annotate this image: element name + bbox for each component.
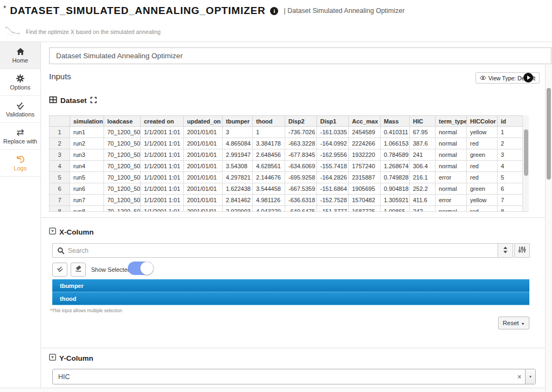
table-cell: 2.144676 [253,172,285,183]
table-scrollbar-thumb[interactable] [524,129,528,176]
column-header[interactable]: Disp2 [285,116,317,127]
show-selected-toggle[interactable] [128,262,154,275]
table-cell: 1/1/2001 1:01 [141,138,184,149]
dataset-table: simulationloadcasecreated onupdated_ontb… [49,115,523,212]
table-cell: 2001/01/01 [184,206,223,212]
section-divider [42,348,545,348]
table-cell: -162.9556 [317,149,349,161]
x-column-section-title: X-Column [59,228,94,236]
table-cell: 2454589 [349,127,381,138]
table-row[interactable]: 3run370_1200_501/1/2001 1:012001/01/012.… [50,149,523,161]
column-header[interactable]: Acc_max [349,116,381,127]
table-cell: 1.622438 [223,183,253,195]
run-button[interactable] [523,73,533,82]
sidebar-item-validations[interactable]: Validations [0,96,40,123]
column-header[interactable]: Disp1 [317,116,349,127]
column-header[interactable]: thood [253,116,285,127]
expand-icon[interactable] [90,97,97,105]
column-header[interactable]: HICColor [467,116,498,127]
column-header[interactable]: HIC [410,116,436,127]
caret-down-icon: ▼ [521,322,525,326]
table-cell: 1/1/2001 1:01 [141,183,184,195]
table-row[interactable]: 5run570_1200_501/1/2001 1:012001/01/014.… [50,172,523,183]
table-row[interactable]: 1run170_1200_501/1/2001 1:012001/01/0131… [50,127,523,138]
sort-button[interactable] [498,243,513,258]
column-header[interactable]: loadcase [104,116,141,127]
table-cell: normal [436,138,467,149]
table-cell: 216.1 [410,172,436,183]
page-scrollbar-thumb[interactable] [547,88,551,180]
table-cell: 4.043229 [253,206,285,212]
table-cell: red [467,206,498,212]
optimizer-name-field[interactable]: Dataset Simulated Annealing Optimizer [49,47,551,64]
table-cell: -636.6318 [285,195,317,206]
search-icon [57,247,65,255]
column-header[interactable]: simulation [70,116,104,127]
sidebar-item-logs[interactable]: Logs [0,150,40,177]
column-header[interactable]: term_type [436,116,467,127]
app-window: * DATASET_SIMULATED_ANNEALING_OPTIMIZER … [0,0,552,392]
table-cell: -677.8345 [285,149,317,161]
y-column-select[interactable]: HIC × ▼ [52,369,536,384]
sidebar-item-label: Home [12,57,28,64]
search-input[interactable] [68,247,498,255]
table-cell: -736.7026 [285,127,317,138]
table-cell: 2 [498,138,523,149]
sidebar-item-home[interactable]: Home [0,42,40,69]
table-row[interactable]: 4run470_1200_501/1/2001 1:012001/01/013.… [50,161,523,172]
table-cell: 1/1/2001 1:01 [141,195,184,206]
double-check-icon [15,101,26,110]
dropdown-arrow[interactable]: ▼ [525,369,535,384]
column-header[interactable]: created on [141,116,184,127]
table-cell: 2.991947 [223,149,253,161]
caret-down-icon: ▼ [529,375,533,379]
table-scrollbar[interactable] [522,115,529,211]
table-cell: run7 [70,195,104,206]
table-cell: normal [436,127,467,138]
table-cell: 3.384178 [253,138,285,149]
select-all-button[interactable] [52,263,67,277]
row-number-cell: 6 [50,183,70,195]
clear-x-icon[interactable]: × [514,373,525,381]
table-row[interactable]: 6run670_1200_501/1/2001 1:012001/01/011.… [50,183,523,195]
selected-item-thood[interactable]: thood [52,292,529,305]
table-cell: run6 [70,183,104,195]
table-cell: 3 [498,149,523,161]
table-row[interactable]: 7run770_1200_501/1/2001 1:012001/01/012.… [50,195,523,206]
title-row: * DATASET_SIMULATED_ANNEALING_OPTIMIZER … [3,5,405,17]
reset-button[interactable]: Reset ▼ [498,317,529,329]
row-number-cell: 2 [50,138,70,149]
column-header[interactable] [50,116,70,127]
table-cell: 1.00865 [381,206,410,212]
filter-settings-button[interactable] [514,243,530,258]
table-cell: -151.3777 [317,206,349,212]
table-cell: yellow [467,127,498,138]
table-cell: 242 [410,206,436,212]
column-header[interactable]: updated_on [184,116,223,127]
x-column-section-header: X-Column [49,228,94,236]
collapse-caret-icon[interactable] [49,354,56,362]
table-cell: 2001/01/01 [184,183,223,195]
table-cell: 306.4 [410,161,436,172]
column-header[interactable]: tbumper [223,116,253,127]
table-cell: 1/1/2001 1:01 [141,172,184,183]
column-header[interactable]: id [498,116,523,127]
main-panel: Dataset Simulated Annealing Optimizer In… [42,42,552,392]
table-cell: 2001/01/01 [184,149,223,161]
table-row[interactable]: 8run870_1200_501/1/2001 1:012001/01/012.… [50,206,523,212]
page-scrollbar[interactable] [545,65,552,392]
row-number-cell: 7 [50,195,70,206]
column-header[interactable]: Mass [381,116,410,127]
table-row[interactable]: 2run270_1200_501/1/2001 1:012001/01/014.… [50,138,523,149]
info-icon[interactable]: i [270,7,278,15]
clear-selection-button[interactable] [71,263,86,277]
table-cell: 70_1200_50 [104,149,141,161]
section-divider [42,217,545,218]
selected-item-tbumper[interactable]: tbumper [52,279,529,292]
sidebar: Home Options Validations [0,42,41,392]
table-cell: 70_1200_50 [104,138,141,149]
sidebar-item-replace-with[interactable]: ⇄ Replace with [0,123,40,150]
table-cell: -152.7528 [317,195,349,206]
collapse-caret-icon[interactable] [49,228,56,236]
sidebar-item-options[interactable]: Options [0,69,40,96]
